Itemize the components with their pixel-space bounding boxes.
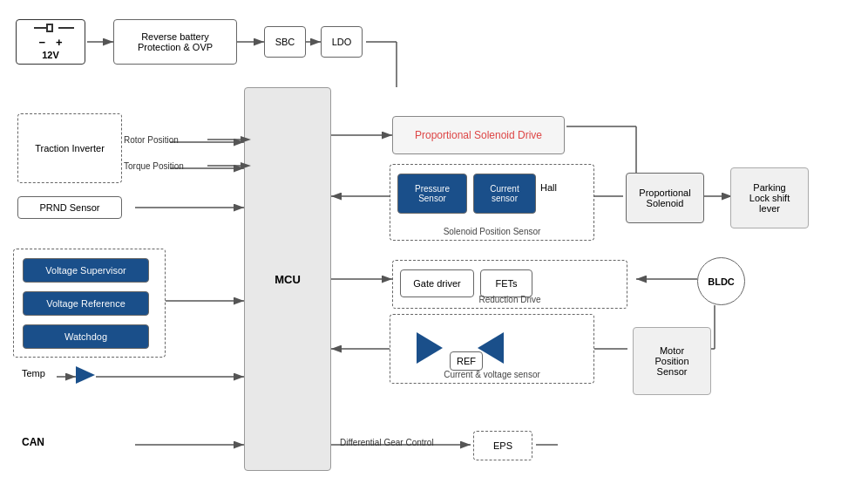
current-sensor-box: Current sensor xyxy=(473,174,536,214)
reverse-battery-box: Reverse battery Protection & OVP xyxy=(113,19,237,65)
temp-buffer-icon xyxy=(76,366,95,384)
parking-lock-label: Parking Lock shift lever xyxy=(749,182,790,214)
gate-driver-box: Gate driver xyxy=(400,269,474,297)
svg-marker-29 xyxy=(241,136,251,143)
parking-lock-box: Parking Lock shift lever xyxy=(730,167,809,228)
current-voltage-left-triangle xyxy=(417,332,443,364)
hall-label: Hall xyxy=(540,182,557,193)
battery-neg: − xyxy=(38,36,45,49)
pressure-sensor-box: Pressure Sensor xyxy=(397,174,467,214)
rotor-position-label: Rotor Position xyxy=(124,135,179,145)
torque-position-label: Torque Position xyxy=(124,161,184,171)
fets-label: FETs xyxy=(495,278,517,289)
solenoid-position-label: Solenoid Position Sensor xyxy=(444,227,541,236)
ref-box: REF xyxy=(450,351,483,371)
eps-box: EPS xyxy=(473,431,532,460)
differential-gear-label: Differential Gear Control xyxy=(340,438,434,447)
ref-label: REF xyxy=(457,356,476,366)
reduction-drive-group: Gate driver FETs Reduction Drive xyxy=(392,260,627,309)
mcu-box: MCU xyxy=(244,87,331,471)
eps-label: EPS xyxy=(493,440,512,451)
voltage-reference-label: Voltage Reference xyxy=(46,298,125,309)
prnd-sensor-label: PRND Sensor xyxy=(39,202,99,213)
fets-box: FETs xyxy=(480,269,532,297)
traction-inverter-label: Traction Inverter xyxy=(35,143,105,153)
traction-inverter-box: Traction Inverter xyxy=(17,113,122,183)
prop-solenoid-drive-box: Proportional Solenoid Drive xyxy=(392,116,565,154)
svg-marker-31 xyxy=(241,162,251,169)
voltage-group-box: Voltage Supervisor Voltage Reference Wat… xyxy=(13,249,166,358)
voltage-reference-box: Voltage Reference xyxy=(23,291,149,316)
prop-solenoid-box: Proportional Solenoid xyxy=(626,173,704,223)
pressure-sensor-label: Pressure Sensor xyxy=(415,184,450,203)
battery-symbol: − + 12V xyxy=(16,19,85,65)
prop-solenoid-drive-label: Proportional Solenoid Drive xyxy=(415,129,542,141)
prnd-sensor-box: PRND Sensor xyxy=(17,196,122,219)
battery-label: 12V xyxy=(42,50,59,60)
battery-pos: + xyxy=(56,36,63,49)
sbc-box: SBC xyxy=(264,26,306,58)
voltage-supervisor-box: Voltage Supervisor xyxy=(23,258,149,283)
gate-driver-label: Gate driver xyxy=(413,278,460,289)
motor-position-label: Motor Position Sensor xyxy=(654,345,688,377)
ldo-label: LDO xyxy=(332,37,352,47)
reduction-drive-label: Reduction Drive xyxy=(478,295,540,304)
current-voltage-group: REF Current & voltage sensor xyxy=(390,314,594,384)
can-label: CAN xyxy=(22,436,44,448)
watchdog-label: Watchdog xyxy=(64,331,107,342)
sbc-label: SBC xyxy=(275,37,295,47)
ldo-box: LDO xyxy=(321,26,363,58)
temp-label: Temp xyxy=(22,368,45,378)
motor-position-box: Motor Position Sensor xyxy=(633,327,711,395)
voltage-supervisor-label: Voltage Supervisor xyxy=(45,265,125,276)
diagram: − + 12V Reverse battery Protection & OVP… xyxy=(0,0,868,484)
connections-svg xyxy=(0,0,868,484)
bldc-label: BLDC xyxy=(708,276,735,287)
watchdog-box: Watchdog xyxy=(23,324,149,349)
prop-solenoid-label: Proportional Solenoid xyxy=(639,187,690,208)
mcu-label: MCU xyxy=(275,273,301,286)
solenoid-position-group: Pressure Sensor Current sensor Hall Sole… xyxy=(390,164,594,241)
current-sensor-label: Current sensor xyxy=(490,184,519,203)
bldc-circle: BLDC xyxy=(697,257,745,305)
reverse-battery-label: Reverse battery Protection & OVP xyxy=(138,31,213,52)
current-voltage-label: Current & voltage sensor xyxy=(444,370,540,379)
